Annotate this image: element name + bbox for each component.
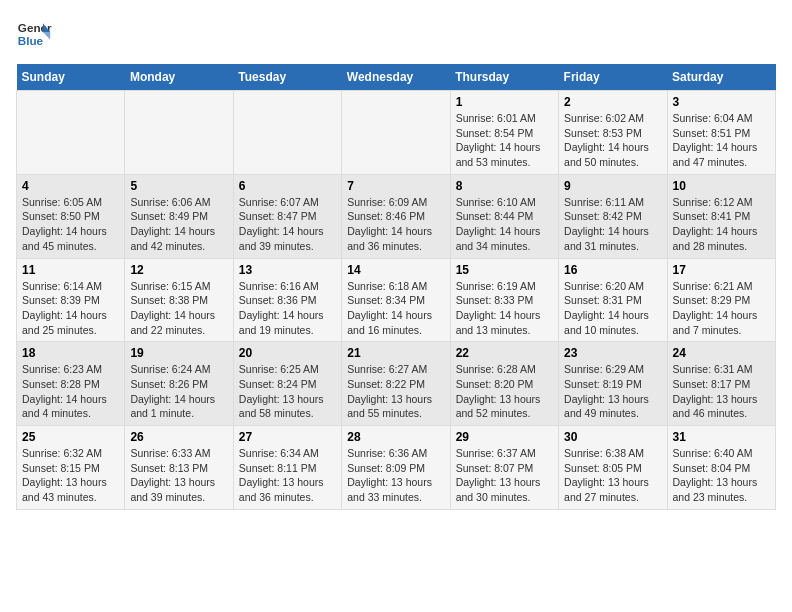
day-number: 16 — [564, 263, 661, 277]
day-info: Sunrise: 6:12 AM Sunset: 8:41 PM Dayligh… — [673, 195, 770, 254]
calendar-week-3: 11Sunrise: 6:14 AM Sunset: 8:39 PM Dayli… — [17, 258, 776, 342]
calendar-cell: 22Sunrise: 6:28 AM Sunset: 8:20 PM Dayli… — [450, 342, 558, 426]
day-number: 24 — [673, 346, 770, 360]
weekday-monday: Monday — [125, 64, 233, 91]
day-info: Sunrise: 6:10 AM Sunset: 8:44 PM Dayligh… — [456, 195, 553, 254]
day-info: Sunrise: 6:32 AM Sunset: 8:15 PM Dayligh… — [22, 446, 119, 505]
calendar-cell: 1Sunrise: 6:01 AM Sunset: 8:54 PM Daylig… — [450, 91, 558, 175]
day-number: 19 — [130, 346, 227, 360]
day-number: 30 — [564, 430, 661, 444]
calendar-week-5: 25Sunrise: 6:32 AM Sunset: 8:15 PM Dayli… — [17, 426, 776, 510]
day-number: 20 — [239, 346, 336, 360]
day-number: 11 — [22, 263, 119, 277]
day-number: 15 — [456, 263, 553, 277]
calendar-cell: 3Sunrise: 6:04 AM Sunset: 8:51 PM Daylig… — [667, 91, 775, 175]
calendar-cell: 19Sunrise: 6:24 AM Sunset: 8:26 PM Dayli… — [125, 342, 233, 426]
svg-text:Blue: Blue — [18, 34, 44, 47]
calendar-cell: 27Sunrise: 6:34 AM Sunset: 8:11 PM Dayli… — [233, 426, 341, 510]
day-number: 25 — [22, 430, 119, 444]
header: General Blue — [16, 16, 776, 52]
day-info: Sunrise: 6:15 AM Sunset: 8:38 PM Dayligh… — [130, 279, 227, 338]
calendar-cell: 11Sunrise: 6:14 AM Sunset: 8:39 PM Dayli… — [17, 258, 125, 342]
day-number: 23 — [564, 346, 661, 360]
day-info: Sunrise: 6:31 AM Sunset: 8:17 PM Dayligh… — [673, 362, 770, 421]
day-info: Sunrise: 6:11 AM Sunset: 8:42 PM Dayligh… — [564, 195, 661, 254]
calendar-cell: 8Sunrise: 6:10 AM Sunset: 8:44 PM Daylig… — [450, 174, 558, 258]
day-info: Sunrise: 6:34 AM Sunset: 8:11 PM Dayligh… — [239, 446, 336, 505]
day-number: 31 — [673, 430, 770, 444]
logo: General Blue — [16, 16, 52, 52]
calendar-cell: 16Sunrise: 6:20 AM Sunset: 8:31 PM Dayli… — [559, 258, 667, 342]
calendar-table: SundayMondayTuesdayWednesdayThursdayFrid… — [16, 64, 776, 510]
calendar-cell: 18Sunrise: 6:23 AM Sunset: 8:28 PM Dayli… — [17, 342, 125, 426]
weekday-thursday: Thursday — [450, 64, 558, 91]
calendar-cell: 15Sunrise: 6:19 AM Sunset: 8:33 PM Dayli… — [450, 258, 558, 342]
day-number: 12 — [130, 263, 227, 277]
calendar-header: SundayMondayTuesdayWednesdayThursdayFrid… — [17, 64, 776, 91]
day-number: 2 — [564, 95, 661, 109]
calendar-cell: 29Sunrise: 6:37 AM Sunset: 8:07 PM Dayli… — [450, 426, 558, 510]
day-number: 14 — [347, 263, 444, 277]
day-number: 8 — [456, 179, 553, 193]
calendar-cell: 2Sunrise: 6:02 AM Sunset: 8:53 PM Daylig… — [559, 91, 667, 175]
day-number: 28 — [347, 430, 444, 444]
weekday-saturday: Saturday — [667, 64, 775, 91]
day-number: 22 — [456, 346, 553, 360]
calendar-cell — [342, 91, 450, 175]
day-info: Sunrise: 6:20 AM Sunset: 8:31 PM Dayligh… — [564, 279, 661, 338]
day-number: 21 — [347, 346, 444, 360]
calendar-cell: 30Sunrise: 6:38 AM Sunset: 8:05 PM Dayli… — [559, 426, 667, 510]
svg-marker-3 — [43, 32, 50, 39]
day-info: Sunrise: 6:01 AM Sunset: 8:54 PM Dayligh… — [456, 111, 553, 170]
calendar-week-1: 1Sunrise: 6:01 AM Sunset: 8:54 PM Daylig… — [17, 91, 776, 175]
weekday-wednesday: Wednesday — [342, 64, 450, 91]
calendar-cell: 13Sunrise: 6:16 AM Sunset: 8:36 PM Dayli… — [233, 258, 341, 342]
day-info: Sunrise: 6:33 AM Sunset: 8:13 PM Dayligh… — [130, 446, 227, 505]
calendar-cell: 17Sunrise: 6:21 AM Sunset: 8:29 PM Dayli… — [667, 258, 775, 342]
day-number: 4 — [22, 179, 119, 193]
calendar-cell — [233, 91, 341, 175]
day-number: 3 — [673, 95, 770, 109]
logo-icon: General Blue — [16, 16, 52, 52]
day-number: 27 — [239, 430, 336, 444]
day-number: 29 — [456, 430, 553, 444]
day-info: Sunrise: 6:07 AM Sunset: 8:47 PM Dayligh… — [239, 195, 336, 254]
weekday-header-row: SundayMondayTuesdayWednesdayThursdayFrid… — [17, 64, 776, 91]
day-info: Sunrise: 6:25 AM Sunset: 8:24 PM Dayligh… — [239, 362, 336, 421]
day-info: Sunrise: 6:38 AM Sunset: 8:05 PM Dayligh… — [564, 446, 661, 505]
day-info: Sunrise: 6:37 AM Sunset: 8:07 PM Dayligh… — [456, 446, 553, 505]
day-number: 10 — [673, 179, 770, 193]
calendar-cell: 24Sunrise: 6:31 AM Sunset: 8:17 PM Dayli… — [667, 342, 775, 426]
calendar-cell: 31Sunrise: 6:40 AM Sunset: 8:04 PM Dayli… — [667, 426, 775, 510]
calendar-cell: 10Sunrise: 6:12 AM Sunset: 8:41 PM Dayli… — [667, 174, 775, 258]
calendar-cell: 7Sunrise: 6:09 AM Sunset: 8:46 PM Daylig… — [342, 174, 450, 258]
calendar-cell: 9Sunrise: 6:11 AM Sunset: 8:42 PM Daylig… — [559, 174, 667, 258]
day-number: 7 — [347, 179, 444, 193]
day-info: Sunrise: 6:06 AM Sunset: 8:49 PM Dayligh… — [130, 195, 227, 254]
calendar-cell: 23Sunrise: 6:29 AM Sunset: 8:19 PM Dayli… — [559, 342, 667, 426]
day-info: Sunrise: 6:27 AM Sunset: 8:22 PM Dayligh… — [347, 362, 444, 421]
weekday-tuesday: Tuesday — [233, 64, 341, 91]
day-info: Sunrise: 6:28 AM Sunset: 8:20 PM Dayligh… — [456, 362, 553, 421]
calendar-cell: 20Sunrise: 6:25 AM Sunset: 8:24 PM Dayli… — [233, 342, 341, 426]
calendar-cell — [125, 91, 233, 175]
day-info: Sunrise: 6:14 AM Sunset: 8:39 PM Dayligh… — [22, 279, 119, 338]
day-number: 1 — [456, 95, 553, 109]
calendar-cell — [17, 91, 125, 175]
day-info: Sunrise: 6:18 AM Sunset: 8:34 PM Dayligh… — [347, 279, 444, 338]
day-number: 6 — [239, 179, 336, 193]
day-number: 5 — [130, 179, 227, 193]
calendar-cell: 28Sunrise: 6:36 AM Sunset: 8:09 PM Dayli… — [342, 426, 450, 510]
calendar-week-2: 4Sunrise: 6:05 AM Sunset: 8:50 PM Daylig… — [17, 174, 776, 258]
calendar-cell: 5Sunrise: 6:06 AM Sunset: 8:49 PM Daylig… — [125, 174, 233, 258]
day-info: Sunrise: 6:23 AM Sunset: 8:28 PM Dayligh… — [22, 362, 119, 421]
day-info: Sunrise: 6:24 AM Sunset: 8:26 PM Dayligh… — [130, 362, 227, 421]
weekday-sunday: Sunday — [17, 64, 125, 91]
day-info: Sunrise: 6:19 AM Sunset: 8:33 PM Dayligh… — [456, 279, 553, 338]
day-info: Sunrise: 6:02 AM Sunset: 8:53 PM Dayligh… — [564, 111, 661, 170]
day-number: 18 — [22, 346, 119, 360]
day-number: 17 — [673, 263, 770, 277]
calendar-week-4: 18Sunrise: 6:23 AM Sunset: 8:28 PM Dayli… — [17, 342, 776, 426]
day-number: 9 — [564, 179, 661, 193]
calendar-cell: 21Sunrise: 6:27 AM Sunset: 8:22 PM Dayli… — [342, 342, 450, 426]
